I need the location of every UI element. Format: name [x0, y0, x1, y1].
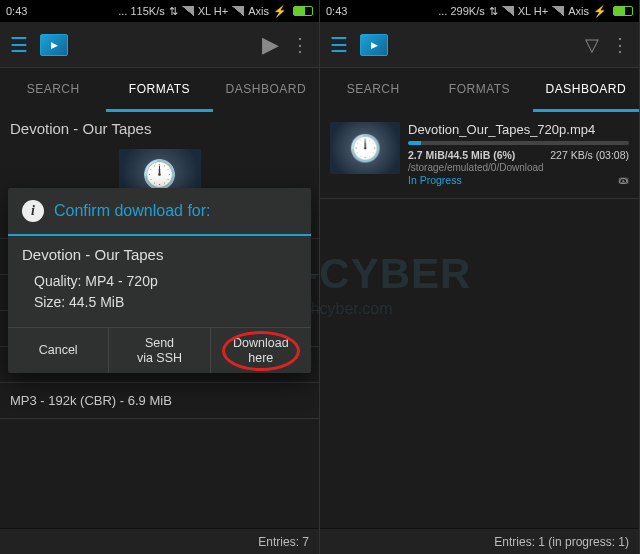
signal-icon	[502, 6, 514, 16]
download-filename: Devotion_Our_Tapes_720p.mp4	[408, 122, 629, 137]
signal-icon	[232, 6, 244, 16]
download-here-button[interactable]: Downloadhere	[211, 328, 311, 373]
dialog-body: Devotion - Our Tapes Quality: MP4 - 720p…	[8, 236, 311, 327]
menu-icon[interactable]: ☰	[10, 33, 28, 57]
tab-dashboard[interactable]: DASHBOARD	[533, 68, 639, 112]
charging-icon: ⚡	[273, 5, 287, 18]
tab-formats[interactable]: FORMATS	[426, 68, 532, 112]
download-status: In Progress	[408, 174, 462, 186]
confirm-download-dialog: i Confirm download for: Devotion - Our T…	[8, 188, 311, 373]
signal-icon	[182, 6, 194, 16]
status-carrier: XL H+	[198, 5, 228, 17]
video-title: Devotion - Our Tapes	[0, 112, 319, 145]
status-bar: 0:43 ... 299K/s ⇅ XL H+ Axis ⚡	[320, 0, 639, 22]
status-carrier2: Axis	[568, 5, 589, 17]
status-speed: ... 299K/s	[438, 5, 484, 17]
battery-icon	[613, 6, 633, 16]
dialog-title: Confirm download for:	[54, 202, 211, 220]
tab-formats[interactable]: FORMATS	[106, 68, 212, 112]
status-time: 0:43	[6, 5, 27, 17]
more-icon[interactable]: ⋮	[611, 34, 629, 56]
menu-icon[interactable]: ☰	[330, 33, 348, 57]
dialog-size: Size: 44.5 MiB	[34, 292, 297, 313]
dialog-item-name: Devotion - Our Tapes	[22, 246, 297, 263]
download-info: Devotion_Our_Tapes_720p.mp4 2.7 MiB/44.5…	[408, 122, 629, 186]
app-logo-icon[interactable]	[40, 34, 68, 56]
download-progress-text: 2.7 MiB/44.5 MiB (6%)	[408, 149, 515, 161]
arrow-updown-icon: ⇅	[489, 5, 498, 18]
format-item[interactable]: MP3 - 192k (CBR) - 6.9 MiB	[0, 383, 319, 419]
download-rate: 227 KB/s (03:08)	[550, 149, 629, 161]
ticket-icon: 🎟	[618, 174, 629, 186]
battery-icon	[293, 6, 313, 16]
app-bar: ☰ ▶ ⋮	[0, 22, 319, 68]
play-icon[interactable]: ▶	[262, 32, 279, 58]
signal-icon	[552, 6, 564, 16]
dialog-quality: Quality: MP4 - 720p	[34, 271, 297, 292]
status-carrier2: Axis	[248, 5, 269, 17]
footer-status: Entries: 1 (in progress: 1)	[320, 528, 639, 554]
status-time: 0:43	[326, 5, 347, 17]
cancel-button[interactable]: Cancel	[8, 328, 109, 373]
dialog-actions: Cancel Sendvia SSH Downloadhere	[8, 327, 311, 373]
tab-dashboard[interactable]: DASHBOARD	[213, 68, 319, 112]
footer-status: Entries: 7	[0, 528, 319, 554]
download-item[interactable]: 🕛 Devotion_Our_Tapes_720p.mp4 2.7 MiB/44…	[320, 112, 639, 199]
tabs: SEARCH FORMATS DASHBOARD	[320, 68, 639, 112]
info-icon: i	[22, 200, 44, 222]
filter-icon[interactable]: ▽	[585, 34, 599, 56]
arrow-updown-icon: ⇅	[169, 5, 178, 18]
right-pane: 0:43 ... 299K/s ⇅ XL H+ Axis ⚡ ☰ ▽ ⋮ SEA…	[320, 0, 640, 554]
status-bar: 0:43 ... 115K/s ⇅ XL H+ Axis ⚡	[0, 0, 319, 22]
progress-bar	[408, 141, 629, 145]
tab-search[interactable]: SEARCH	[320, 68, 426, 112]
dialog-header: i Confirm download for:	[8, 188, 311, 236]
app-logo-icon[interactable]	[360, 34, 388, 56]
app-bar: ☰ ▽ ⋮	[320, 22, 639, 68]
download-thumbnail: 🕛	[330, 122, 400, 174]
more-icon[interactable]: ⋮	[291, 34, 309, 56]
left-pane: 0:43 ... 115K/s ⇅ XL H+ Axis ⚡ ☰ ▶ ⋮ SEA…	[0, 0, 320, 554]
status-speed: ... 115K/s	[118, 5, 164, 17]
send-via-ssh-button[interactable]: Sendvia SSH	[109, 328, 210, 373]
charging-icon: ⚡	[593, 5, 607, 18]
tab-search[interactable]: SEARCH	[0, 68, 106, 112]
status-carrier: XL H+	[518, 5, 548, 17]
tabs: SEARCH FORMATS DASHBOARD	[0, 68, 319, 112]
download-path: /storage/emulated/0/Download	[408, 162, 629, 173]
